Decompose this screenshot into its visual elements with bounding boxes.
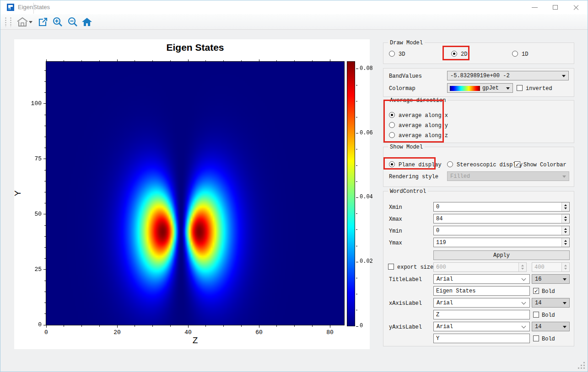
heatmap-canvas[interactable] [46,62,344,325]
xaxis-text-field[interactable] [433,310,530,319]
y-tick-label: 100 [24,100,42,107]
colormap-label: Colormap [389,85,415,92]
xaxis-font-combo[interactable]: Arial [433,298,530,308]
combo-arrow-icon [563,326,566,328]
chevron-down-icon [522,276,526,281]
ymin-spinbox[interactable]: 0 [433,226,570,235]
x-minor-tick [294,325,295,327]
x-minor-tick [99,325,100,327]
colorbar-minor-tick [356,181,357,182]
y-minor-tick [44,170,46,170]
xaxis-bold-label[interactable]: Bold [542,312,555,319]
radio-average-z-label[interactable]: average along z [399,133,448,139]
ymax-spinbox[interactable]: 119 [433,238,570,247]
colorbar [347,61,355,326]
spin-up-icon[interactable] [564,216,567,218]
spin-up-icon[interactable] [564,204,567,206]
export-size-checkbox[interactable] [388,264,394,270]
xmin-label: Xmin [389,204,402,211]
plot-title: Eigen States [46,42,344,53]
spin-down-icon[interactable] [564,219,567,221]
maximize-button[interactable] [545,0,566,14]
radio-average-x-label[interactable]: average along x [399,112,448,119]
radio-3d[interactable] [389,51,395,57]
yaxis-bold-checkbox[interactable] [533,335,539,341]
resize-grip[interactable] [577,361,585,369]
radio-stereoscopic-display[interactable] [447,161,453,167]
yaxis-bold-label[interactable]: Bold [542,336,555,342]
title-font-combo[interactable]: Arial [433,274,530,284]
toolbar-drag-handle[interactable] [5,17,6,27]
spin-down-icon[interactable] [564,231,567,233]
y-minor-tick [44,81,46,82]
colormap-combo[interactable]: gpJet [447,83,513,93]
home-menu-button[interactable] [15,16,30,28]
yaxis-size-combo[interactable]: 14 [532,322,570,331]
combo-arrow-icon [562,175,566,178]
yaxis-text-field[interactable] [433,334,530,343]
inverted-checkbox[interactable] [517,85,523,91]
y-tick [43,214,46,214]
spin-up-icon [564,265,567,266]
spin-up-icon [521,265,524,266]
colorbar-minor-tick [356,149,357,149]
xmax-spinbox[interactable]: 84 [433,214,570,223]
reset-view-button[interactable] [81,16,93,28]
radio-1d[interactable] [512,51,518,57]
spin-up-icon[interactable] [564,228,567,230]
title-text-field[interactable] [433,286,530,296]
radio-2d[interactable] [451,51,457,57]
yaxis-font-combo[interactable]: Arial [433,322,530,331]
group-title: Average direction [388,97,448,104]
x-minor-tick-top [99,60,100,61]
radio-stereoscopic-display-label[interactable]: Stereoscopic display [457,162,523,168]
y-tick [43,325,46,325]
close-button[interactable] [566,0,586,14]
x-tick [330,325,330,328]
title-bold-label[interactable]: Bold [542,288,555,295]
y-minor-tick [44,181,46,181]
bandvalues-combo[interactable]: -5.83298919e+00 -2 [447,71,569,80]
radio-plane-display-label[interactable]: Plane display [399,162,442,168]
y-minor-tick [44,281,46,281]
rendering-style-combo: Filled [447,171,569,181]
radio-3d-label[interactable]: 3D [399,51,405,58]
x-tick-top [46,59,47,61]
show-colorbar-checkbox[interactable] [514,161,520,167]
export-size-label[interactable]: export size [397,264,433,271]
x-tick-label: 80 [321,329,339,336]
app-logo-icon[interactable] [7,4,14,11]
inverted-label[interactable]: inverted [526,85,552,92]
radio-plane-display[interactable] [389,161,395,167]
group-title: WordControl [388,188,428,195]
radio-average-x[interactable] [389,112,395,118]
zoom-out-button[interactable] [66,16,79,28]
radio-1d-label[interactable]: 1D [522,51,528,58]
radio-average-z[interactable] [389,132,395,138]
toolbar-drag-handle-2[interactable] [10,17,11,27]
x-tick-label: 20 [108,329,126,336]
spin-up-icon[interactable] [564,240,567,242]
y-tick [43,159,46,159]
apply-button[interactable]: Apply [433,250,570,260]
xaxis-size-combo[interactable]: 14 [532,298,570,308]
title-bold-checkbox[interactable] [533,288,539,294]
chevron-down-icon[interactable] [29,21,32,23]
radio-2d-label[interactable]: 2D [461,51,467,58]
export-button[interactable] [37,16,49,28]
zoom-in-button[interactable] [51,16,64,28]
radio-average-y-label[interactable]: average along y [399,122,448,129]
title-size-combo[interactable]: 16 [532,274,570,284]
radio-average-y[interactable] [389,122,395,128]
x-minor-tick-top [81,60,82,61]
minimize-button[interactable] [524,0,545,14]
titlebar[interactable]: EigenStates [0,0,588,14]
xaxis-bold-checkbox[interactable] [533,312,539,318]
colorbar-minor-tick [356,310,357,310]
xmin-spinbox[interactable]: 0 [433,202,570,212]
spin-down-icon[interactable] [564,207,567,209]
show-colorbar-label[interactable]: Show Colorbar [523,162,566,168]
x-minor-tick-top [223,60,224,61]
spin-down-icon [521,268,524,270]
spin-down-icon[interactable] [564,243,567,245]
